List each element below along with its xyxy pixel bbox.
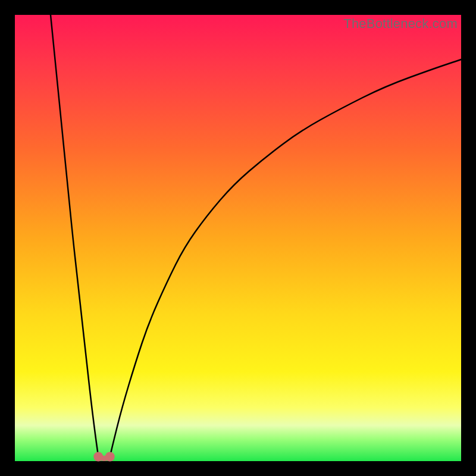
curve-left-branch — [51, 15, 98, 457]
plot-area: TheBottleneck.com — [15, 15, 461, 461]
marker-valley-left — [93, 452, 103, 462]
curve-right-branch — [110, 60, 461, 457]
marker-valley-right — [105, 452, 115, 462]
bottleneck-curve — [15, 15, 461, 461]
chart-frame: TheBottleneck.com — [0, 0, 476, 476]
